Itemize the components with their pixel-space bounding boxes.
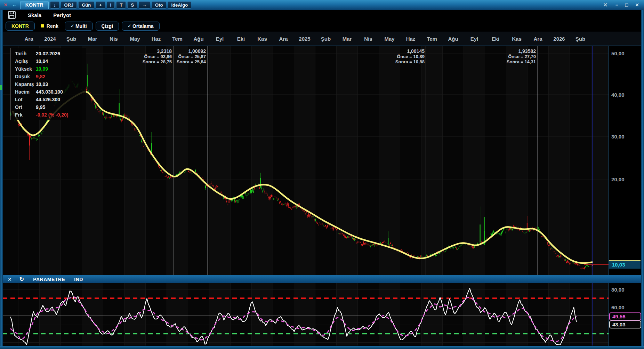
month-column [82,283,103,346]
month-column [294,46,315,275]
month-label-21[interactable]: Eyl [470,35,478,43]
price-tick-40,00: 40,00 [611,92,625,98]
toolbar-button-idealgo[interactable]: ideAlgo [168,1,191,9]
annotation-2: 1,00145Önce = 10,89Sonra = 10,88 [365,49,425,64]
toggle-label: Ortalama [132,23,154,29]
save-icon[interactable] [8,11,16,19]
indicator-tick-60,00: 60,00 [611,304,625,310]
info-label: Yüksek [11,65,36,73]
indicator-parametre[interactable]: PARAMETRE [33,277,65,282]
month-column [252,46,273,275]
month-column [167,283,188,346]
annotation-line: 1,93582 [476,49,536,54]
indicator-value-badge-1: 43,03 [609,320,641,328]
month-label-5[interactable]: May [130,35,140,43]
month-label-23[interactable]: Kas [512,35,522,43]
toolbar-button-orj[interactable]: ORJ [61,1,77,9]
month-label-20[interactable]: Ağu [448,35,458,43]
toolbar-button-t[interactable]: T [116,1,126,9]
title-symbol[interactable]: KONTR [20,1,49,9]
minimize-button[interactable]: – [613,2,621,8]
month-label-11[interactable]: Kas [257,35,267,43]
month-label-12[interactable]: Ara [279,35,288,43]
info-row-tarih: Tarih20.02.2026 [11,50,86,57]
indicator-close-icon[interactable]: ✕ [8,277,12,282]
month-label-24[interactable]: Ara [533,35,542,43]
tab-bar: KONTR Renk ✓MultiÇizgi✓Ortalama [3,20,641,32]
info-value: -0,02 (% -0,20) [36,111,68,119]
month-label-7[interactable]: Tem [172,35,183,43]
color-swatch-icon [41,24,44,27]
info-label: Ort [11,103,36,111]
menu-skala[interactable]: Skala [28,12,41,18]
tab-symbol[interactable]: KONTR [6,22,35,31]
pane-close-icon[interactable]: ✕ [2,2,9,8]
renk-button[interactable]: Renk [41,23,58,29]
indicator-chart[interactable] [3,283,609,346]
x-axis-strip: Ara2024ŞubMarNisMayHazTemAğuEylEkiKasAra… [3,32,641,46]
annotation-line: Önce = 27,70 [476,54,536,59]
info-value: 10,09 [36,65,48,73]
month-label-9[interactable]: Eyl [216,35,224,43]
info-row-düşük: Düşük9,82 [11,73,86,80]
month-label-14[interactable]: Şub [321,35,331,43]
toggle-label: Multi [75,23,87,29]
info-value: 10,03 [36,80,48,88]
indicator-value-badge-0: 49,56 [609,312,641,320]
month-column [464,283,485,346]
price-scale-separator [609,46,609,275]
month-label-0[interactable]: Ara [24,35,33,43]
month-label-15[interactable]: Mar [343,35,352,43]
month-label-8[interactable]: Ağu [193,35,203,43]
chart-window: ✕ ← KONTR ↓ORJGün+ITS→OtoideAlgo ✕ – □ ✕… [0,0,644,349]
month-column [124,46,146,275]
month-column [549,46,570,275]
toolbar-button-s[interactable]: S [127,1,137,9]
toolbar-button-[interactable]: ↓ [50,1,59,9]
toggle-group: ✓MultiÇizgi✓Ortalama [65,22,160,31]
crosshair-tool-icon[interactable]: ✕ [599,1,611,9]
back-arrow-icon[interactable]: ← [10,2,19,8]
toggle-ortalama[interactable]: ✓Ortalama [122,22,160,31]
toolbar-button-i[interactable]: I [107,1,115,9]
info-label: Lot [11,96,36,103]
month-label-1[interactable]: 2024 [44,35,56,43]
month-label-10[interactable]: Eki [237,35,245,43]
month-label-22[interactable]: Eki [492,35,500,43]
month-label-6[interactable]: Haz [152,35,161,43]
month-column [40,283,61,346]
toolbar-button-oto[interactable]: Oto [152,1,166,9]
month-label-18[interactable]: Haz [406,35,416,43]
info-value: 20.02.2026 [36,50,60,57]
annotation-line: Sonra = 25,84 [146,59,206,64]
toolbar-button-[interactable]: + [96,1,105,9]
month-label-26[interactable]: Şub [575,35,585,43]
annotation-line: Önce = 10,89 [365,54,425,59]
month-label-19[interactable]: Tem [427,35,437,43]
toggle-çizgi[interactable]: Çizgi [96,22,119,31]
month-label-4[interactable]: Nis [110,35,118,43]
month-label-16[interactable]: Nis [364,35,372,43]
indicator-ind[interactable]: IND [74,277,83,282]
toggle-multi[interactable]: ✓Multi [65,22,93,31]
maximize-button[interactable]: □ [622,2,631,8]
month-label-3[interactable]: Mar [88,35,97,43]
toolbar-button-[interactable]: → [139,1,150,9]
menu-periyot[interactable]: Periyot [53,12,71,18]
month-label-13[interactable]: 2025 [299,35,310,43]
close-button[interactable]: ✕ [632,2,642,8]
price-tick-50,00: 50,00 [611,50,625,56]
window-border-right [641,10,644,349]
main-price-chart[interactable] [3,46,609,275]
month-label-2[interactable]: Şub [66,35,76,43]
toolbar-button-gn[interactable]: Gün [78,1,94,9]
info-row-kapanış: Kapanış10,03 [11,80,86,88]
indicator-tick-80,00: 80,00 [611,287,625,293]
info-row-frk: Frk-0,02 (% -0,20) [11,111,86,119]
left-edge-marker [0,85,2,90]
month-label-17[interactable]: May [384,35,394,43]
month-label-25[interactable]: 2026 [553,35,565,43]
indicator-refresh-icon[interactable]: ↻ [19,276,24,283]
info-value: 443.030.100 [36,88,63,96]
check-icon: ✓ [128,23,131,29]
